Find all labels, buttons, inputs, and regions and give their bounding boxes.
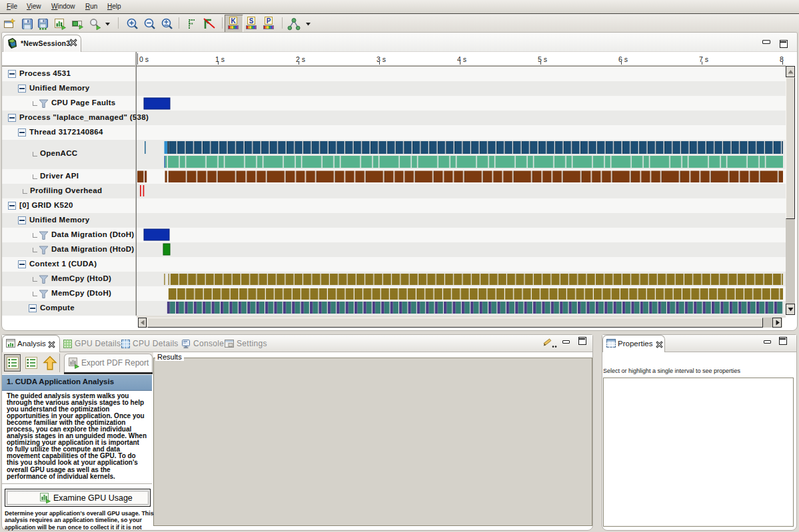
svg-text:2 s: 2 s xyxy=(296,55,305,63)
svg-text:7 s: 7 s xyxy=(699,55,708,63)
svg-text:P: P xyxy=(267,17,271,25)
svg-text:5 s: 5 s xyxy=(538,55,547,63)
svg-text:6 s: 6 s xyxy=(618,55,628,63)
svg-text:S: S xyxy=(249,17,254,25)
svg-text:8 s: 8 s xyxy=(780,55,789,63)
svg-text:1 s: 1 s xyxy=(215,55,225,63)
svg-text:K: K xyxy=(231,17,236,25)
svg-text:3 s: 3 s xyxy=(377,55,386,63)
svg-text:4 s: 4 s xyxy=(457,55,466,63)
svg-text:0 s: 0 s xyxy=(139,55,149,63)
